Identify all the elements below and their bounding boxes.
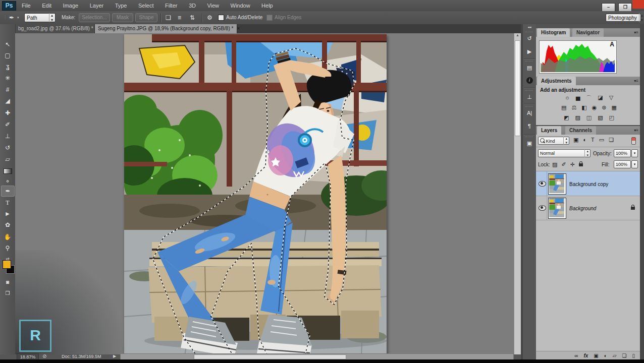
path-operations-icon[interactable]: ❏ [166, 11, 171, 24]
scroll-up-icon[interactable]: ▲ [514, 33, 521, 37]
lock-position-icon[interactable]: ✛ [570, 161, 575, 168]
lock-all-icon[interactable] [579, 163, 583, 166]
curves-icon[interactable]: ⌒ [586, 94, 592, 102]
menu-edit[interactable]: Edit [37, 0, 56, 11]
layer-row-background-copy[interactable]: Background copy [536, 171, 640, 196]
layer-thumbnail[interactable] [548, 173, 566, 195]
threshold-icon[interactable]: ◫ [586, 114, 592, 121]
panel-menu-icon[interactable]: ▾≡ [634, 128, 638, 133]
new-adjustment-layer-icon[interactable]: ◐ [604, 353, 607, 358]
crop-tool[interactable]: # [2, 85, 14, 95]
fill-field[interactable]: 100% [614, 160, 631, 168]
link-layers-icon[interactable]: ∞ [574, 353, 578, 358]
opacity-dropdown-arrow[interactable]: ▾ [631, 149, 638, 157]
character-panel-icon[interactable]: A| [523, 110, 536, 116]
actions-panel-icon[interactable]: ▶ [523, 48, 536, 55]
layer-thumbnail[interactable] [548, 198, 566, 219]
pen-tool[interactable]: ✒ [1, 186, 15, 197]
lasso-tool[interactable]: ʓ [2, 62, 14, 72]
posterize-icon[interactable]: ▨ [575, 114, 580, 121]
camera-panel-icon[interactable]: ▤ [523, 65, 536, 71]
lock-pixels-icon[interactable]: ✐ [561, 161, 566, 168]
levels-icon[interactable]: ▅ [576, 94, 580, 102]
make-shape-button[interactable]: Shape [135, 13, 157, 22]
new-group-icon[interactable]: ▱ [613, 353, 617, 358]
fill-dropdown-arrow[interactable]: ▾ [631, 160, 638, 168]
menu-filter[interactable]: Filter [160, 0, 182, 11]
layer-row-background[interactable]: Background [536, 196, 640, 220]
clone-source-panel-icon[interactable]: ⊥ [523, 94, 536, 100]
hue-saturation-icon[interactable]: ▤ [561, 104, 566, 111]
layer-visibility-icon[interactable] [539, 181, 546, 187]
eyedropper-tool[interactable]: ◢ [2, 96, 14, 106]
history-brush-tool[interactable]: ↺ [2, 143, 14, 153]
tab-bg-road2[interactable]: bg_road2.jpg @ 37.6% (RGB/8) *× [15, 24, 95, 33]
screen-mode-icon[interactable]: ❐ [2, 288, 14, 298]
status-flyout-icon[interactable]: ▶ [113, 354, 116, 358]
zoom-tool[interactable]: ⚲ [2, 243, 14, 253]
menu-view[interactable]: View [202, 0, 224, 11]
hand-tool[interactable]: ✋ [2, 232, 14, 242]
marquee-tool[interactable]: ▢ [2, 50, 14, 60]
close-tab-icon[interactable]: × [237, 26, 240, 31]
foreground-color-swatch[interactable] [3, 260, 11, 269]
tab-navigator[interactable]: Navigator [572, 28, 604, 37]
3d-panel-icon[interactable]: ▣ [523, 140, 536, 147]
color-lookup-icon[interactable]: ▦ [612, 104, 617, 111]
menu-select[interactable]: Select [134, 0, 158, 11]
path-selection-tool[interactable]: ► [2, 209, 14, 219]
vibrance-icon[interactable]: ▽ [609, 94, 613, 102]
eraser-tool[interactable]: ▱ [2, 154, 14, 164]
tab-adjustments[interactable]: Adjustments [537, 77, 576, 85]
horizontal-scroll-thumb[interactable] [194, 354, 346, 359]
quick-mask-icon[interactable]: ◙ [2, 277, 14, 287]
path-arrangement-icon[interactable]: ⇅ [190, 11, 195, 24]
clone-stamp-tool[interactable]: ⊥ [2, 131, 14, 141]
quick-selection-tool[interactable]: ✳ [2, 73, 14, 83]
layer-filter-dropdown[interactable]: Kind▴▾ [538, 137, 569, 145]
brightness-contrast-icon[interactable]: ☼ [565, 94, 570, 102]
document-image[interactable]: ✒ [124, 34, 387, 355]
invert-icon[interactable]: ◩ [564, 114, 569, 121]
paragraph-panel-icon[interactable]: ¶ [523, 123, 536, 129]
filter-smart-objects-icon[interactable]: ❏ [609, 137, 614, 143]
add-layer-mask-icon[interactable]: ▣ [594, 353, 598, 358]
filter-shape-layers-icon[interactable]: ▭ [599, 137, 604, 143]
filter-type-layers-icon[interactable]: T [591, 137, 595, 143]
layer-style-icon[interactable]: fx [583, 353, 588, 358]
pen-tool-preset-icon[interactable]: ✒ [9, 11, 14, 24]
menu-type[interactable]: Type [111, 0, 132, 11]
menu-image[interactable]: Image [59, 0, 83, 11]
make-selection-button[interactable]: Selection... [79, 13, 110, 22]
menu-file[interactable]: File [17, 0, 35, 11]
photo-filter-icon[interactable]: ◉ [592, 104, 597, 111]
panel-menu-icon[interactable]: ▾≡ [634, 79, 638, 83]
minimize-button[interactable]: – [602, 3, 615, 12]
vertical-scroll-thumb[interactable] [515, 40, 520, 136]
path-alignment-icon[interactable]: ≡ [178, 11, 181, 24]
exposure-icon[interactable]: ◪ [598, 94, 603, 102]
new-layer-icon[interactable]: ❏ [622, 353, 627, 358]
auto-add-delete-checkbox[interactable] [218, 15, 224, 21]
workspace-dropdown[interactable]: Photography ▴▾ [606, 14, 641, 22]
menu-3d[interactable]: 3D [184, 0, 200, 11]
black-white-icon[interactable]: ◧ [581, 104, 586, 111]
vertical-scrollbar[interactable]: ▲ [514, 33, 521, 354]
healing-brush-tool[interactable]: ✚ [2, 108, 14, 118]
panel-menu-icon[interactable]: ▾≡ [634, 30, 638, 35]
brush-tool[interactable]: ✐ [2, 119, 14, 130]
color-balance-icon[interactable]: ⚖ [571, 104, 576, 111]
layer-name[interactable]: Background [569, 206, 596, 211]
gradient-map-icon[interactable]: ▧ [598, 114, 603, 121]
tab-histogram[interactable]: Histogram [537, 28, 570, 37]
blend-mode-dropdown[interactable]: Normal▴▾ [538, 149, 591, 157]
menu-layer[interactable]: Layer [85, 0, 109, 11]
chevron-down-icon[interactable]: ▾ [17, 11, 19, 24]
gradient-tool[interactable] [2, 166, 14, 176]
delete-layer-icon[interactable]: ▯ [632, 353, 635, 358]
tab-channels[interactable]: Channels [565, 126, 596, 135]
tab-sugeng-prayitno[interactable]: Sugeng Prayitno.JPG @ 18,9% (Background … [95, 24, 237, 33]
tool-mode-dropdown[interactable]: Path ▴▾ [24, 13, 56, 22]
restore-button[interactable]: ❐ [618, 3, 632, 12]
make-mask-button[interactable]: Mask [112, 13, 133, 22]
